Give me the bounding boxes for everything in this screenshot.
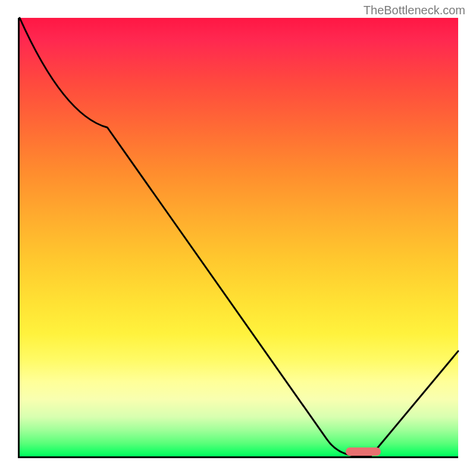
bottleneck-line: [20, 18, 458, 456]
chart-plot-area: [18, 18, 458, 458]
chart-line-svg: [20, 18, 458, 456]
watermark-text: TheBottleneck.com: [364, 4, 465, 17]
optimal-marker: [346, 447, 381, 456]
